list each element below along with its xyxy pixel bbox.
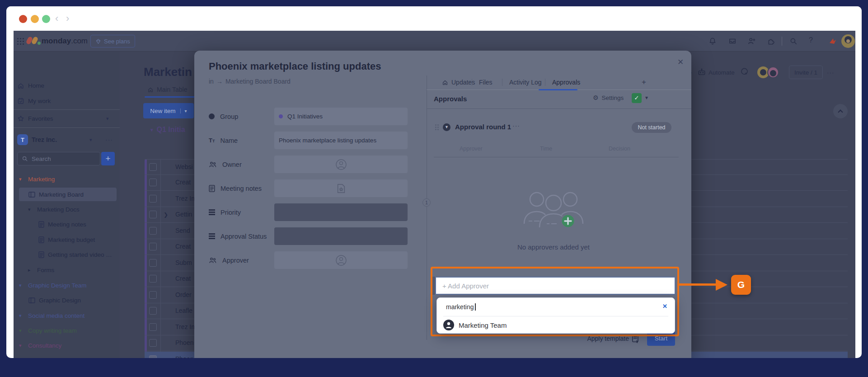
- sidebar-folder-copy-writing[interactable]: ▾ Copy writing team: [14, 324, 120, 337]
- field-value-group[interactable]: Q1 Initiatives: [274, 108, 408, 125]
- field-value-approver[interactable]: [274, 251, 408, 269]
- row-checkbox[interactable]: [149, 179, 157, 186]
- row-checkbox[interactable]: [149, 195, 157, 203]
- sidebar-item-my-work[interactable]: My work: [14, 94, 120, 108]
- sidebar-workspace-trez[interactable]: T Trez Inc. ▾ ···: [14, 133, 120, 146]
- help-icon[interactable]: ?: [809, 36, 813, 44]
- board-label: Consultancy: [39, 358, 72, 358]
- field-value-name[interactable]: Phoenix marketplace listing updates: [274, 132, 408, 149]
- sidebar-doc-getting-started[interactable]: Getting started video …: [14, 248, 120, 261]
- empty-state-text: No approvers added yet: [486, 243, 621, 251]
- pane-divider: [427, 75, 427, 340]
- apps-grid-icon[interactable]: [17, 38, 24, 45]
- approval-round-title: Approval round 1: [455, 123, 511, 131]
- sidebar-item-favorites[interactable]: Favorites ▾: [14, 112, 120, 125]
- scroll-top-button[interactable]: [833, 104, 848, 118]
- tab-main-table[interactable]: Main Table: [147, 83, 187, 96]
- automate-button[interactable]: Automate: [708, 66, 735, 79]
- item-title: Phoenix marketplace listing updates: [209, 61, 381, 72]
- dropdown-option-marketing-team[interactable]: Marketing Team: [443, 316, 668, 334]
- chat-icon[interactable]: [740, 67, 749, 76]
- row-checkbox[interactable]: [149, 227, 157, 235]
- sidebar-folder-social-media[interactable]: ▾ Social media content: [14, 309, 120, 322]
- notifications-bell-icon[interactable]: [708, 37, 717, 45]
- close-window-button[interactable]: [19, 15, 27, 23]
- user-avatar[interactable]: [841, 34, 855, 48]
- caret-down-icon: ▾: [19, 328, 24, 334]
- row-checkbox[interactable]: [149, 307, 157, 315]
- sidebar-folder-graphic-design-team[interactable]: ▾ Graphic Design Team: [14, 278, 120, 292]
- add-board-button[interactable]: +: [101, 152, 115, 165]
- row-checkbox[interactable]: [149, 323, 157, 331]
- board-label: Graphic Design: [39, 297, 81, 304]
- row-checkbox[interactable]: [149, 259, 157, 267]
- board-menu-icon[interactable]: ···: [827, 66, 835, 79]
- minimize-window-button[interactable]: [31, 15, 39, 23]
- sidebar-item-graphic-design[interactable]: Graphic Design: [14, 293, 120, 307]
- sidebar-search-input[interactable]: Search: [17, 152, 100, 165]
- doc-label: Getting started video …: [48, 251, 112, 258]
- member-avatar[interactable]: [767, 66, 779, 78]
- add-approver-input[interactable]: [435, 277, 676, 295]
- row-label: Trez In: [175, 323, 195, 330]
- field-value-meeting-notes[interactable]: [274, 179, 408, 197]
- new-item-button[interactable]: New item ▾: [143, 103, 194, 118]
- caret-down-icon: ▾: [28, 207, 33, 212]
- apps-marketplace-puzzle-icon[interactable]: [767, 37, 775, 45]
- clear-search-icon[interactable]: ✕: [662, 303, 667, 310]
- field-value-priority[interactable]: [274, 203, 408, 221]
- invite-members-icon[interactable]: [748, 37, 756, 45]
- sidebar-folder-forms[interactable]: ▸ Forms: [14, 263, 120, 277]
- field-value-approval-status[interactable]: [274, 227, 408, 245]
- search-icon[interactable]: [789, 37, 798, 45]
- back-icon[interactable]: ‹: [55, 12, 58, 25]
- forward-icon[interactable]: ›: [66, 12, 69, 25]
- row-checkbox[interactable]: [149, 163, 157, 171]
- group-header-q1-initiatives[interactable]: ▾ Q1 Initia: [150, 126, 185, 134]
- row-checkbox[interactable]: [149, 243, 157, 250]
- monday-logo-text[interactable]: monday.com: [42, 37, 88, 46]
- sidebar-folder-consultancy[interactable]: ▾ Consultancy: [14, 339, 120, 352]
- row-checkbox[interactable]: [149, 291, 157, 299]
- chevron-down-icon[interactable]: ▾: [645, 94, 648, 101]
- expand-row-icon[interactable]: ❯: [164, 212, 168, 218]
- caret-down-icon: ▾: [19, 343, 24, 349]
- sidebar-doc-meeting-notes[interactable]: Meeting notes: [14, 217, 120, 231]
- inbox-icon[interactable]: [728, 37, 737, 45]
- chevron-down-icon[interactable]: ▾: [89, 137, 92, 143]
- sidebar-item-consultancy-board[interactable]: Consultancy: [14, 354, 120, 358]
- approvals-settings-button[interactable]: ⚙ Settings: [593, 94, 624, 101]
- collapse-round-icon[interactable]: ▼: [443, 123, 450, 131]
- status-badge: Not started: [632, 122, 671, 133]
- collapse-group-icon[interactable]: ▾: [150, 127, 153, 133]
- invite-button[interactable]: Invite / 1: [789, 66, 823, 79]
- field-label-meeting-notes: Meeting notes: [209, 179, 262, 197]
- see-plans-button[interactable]: See plans: [90, 35, 135, 47]
- row-checkbox[interactable]: [149, 355, 157, 358]
- sidebar-folder-marketing[interactable]: ▾ Marketing: [14, 172, 120, 186]
- sidebar-item-marketing-board[interactable]: Marketing Board: [19, 188, 117, 201]
- row-checkbox[interactable]: [149, 275, 157, 283]
- chevron-down-icon[interactable]: ▾: [180, 108, 187, 113]
- sidebar-doc-marketing-budget[interactable]: Marketing budget: [14, 233, 120, 246]
- approver-search-field[interactable]: marketing: [446, 298, 667, 316]
- field-value-owner[interactable]: [274, 156, 408, 173]
- tab-activity-log[interactable]: Activity Log: [509, 75, 542, 89]
- row-label: Websi: [175, 163, 193, 170]
- sidebar-item-home[interactable]: Home: [14, 79, 120, 92]
- approvals-check-toggle[interactable]: ✓: [632, 93, 642, 103]
- maximize-window-button[interactable]: [42, 15, 50, 23]
- workspace-menu-icon[interactable]: ···: [105, 136, 113, 143]
- drag-handle-icon[interactable]: [435, 124, 436, 126]
- option-label: Marketing Team: [459, 321, 507, 329]
- tab-updates[interactable]: Updates: [442, 75, 475, 89]
- close-icon[interactable]: ✕: [674, 56, 687, 69]
- sidebar-folder-marketing-docs[interactable]: ▾ Marketing Docs: [14, 203, 120, 216]
- tab-files[interactable]: Files: [479, 75, 493, 89]
- tab-approvals-active[interactable]: Approvals: [552, 75, 580, 89]
- row-checkbox[interactable]: [149, 211, 157, 218]
- round-menu-icon[interactable]: ···: [512, 122, 520, 129]
- row-checkbox[interactable]: [149, 339, 157, 347]
- breadcrumb-board-link[interactable]: Marketing Board Board: [225, 78, 291, 85]
- add-tab-button[interactable]: +: [642, 75, 646, 89]
